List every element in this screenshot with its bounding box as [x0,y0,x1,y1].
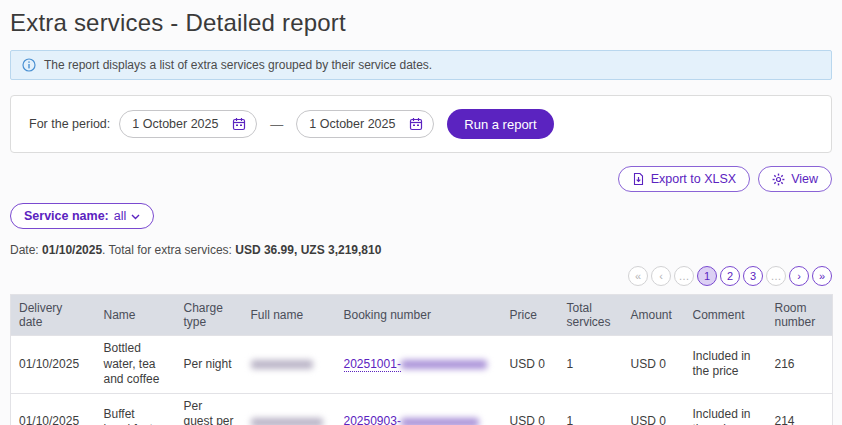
booking-number-link[interactable]: 20250903- [344,414,401,425]
cell-room-number: 216 [767,336,833,394]
report-page: Extra services - Detailed report The rep… [0,9,842,425]
export-file-icon [632,172,645,186]
calendar-icon[interactable] [409,117,423,131]
cell-comment: Included in the price [685,393,767,425]
cell-name: Bottled water, tea and coffee [96,336,176,394]
column-header-comment: Comment [685,295,767,336]
period-separator: — [270,117,283,132]
page-title: Extra services - Detailed report [10,9,832,37]
column-header-charge-type: Charge type [176,295,243,336]
pagination-ellipsis: … [766,266,786,286]
pagination-next[interactable]: › [789,266,809,286]
summary-total-value: USD 36.99, UZS 3,219,810 [235,243,381,257]
pagination-page-2[interactable]: 2 [720,266,740,286]
cell-charge-type: Per night [176,336,243,394]
pagination-last[interactable]: » [812,266,832,286]
period-section: For the period: 1 October 2025 — 1 Octob… [10,95,832,153]
cell-full-name-redacted [243,336,336,394]
info-icon [22,58,36,72]
booking-suffix-redacted [401,418,479,425]
table-header-row: Delivery date Name Charge type Full name… [11,295,833,336]
column-header-full-name: Full name [243,295,336,336]
cell-total-services: 1 [559,336,623,394]
service-name-filter-value: all [114,209,127,223]
cell-amount: USD 0 [623,393,685,425]
column-header-price: Price [502,295,559,336]
cell-room-number: 214 [767,393,833,425]
pagination-ellipsis: … [674,266,694,286]
summary-total-label: . Total for extra services: [102,243,232,257]
info-banner: The report displays a list of extra serv… [10,50,832,80]
summary-date-value: 01/10/2025 [42,243,102,257]
period-from-value: 1 October 2025 [132,117,218,131]
cell-price: USD 0 [502,393,559,425]
period-from-input[interactable]: 1 October 2025 [119,110,257,138]
cell-delivery-date: 01/10/2025 [11,336,96,394]
chevron-down-icon [131,209,140,223]
pagination-page-1[interactable]: 1 [697,266,717,286]
pagination-page-3[interactable]: 3 [743,266,763,286]
column-header-room-number: Room number [767,295,833,336]
cell-delivery-date: 01/10/2025 [11,393,96,425]
filter-row: Service name: all [10,203,832,229]
export-xlsx-button[interactable]: Export to XLSX [618,166,750,192]
export-xlsx-label: Export to XLSX [651,172,736,186]
pagination-prev: ‹ [651,266,671,286]
cell-booking-number: 20250903- [336,393,502,425]
cell-charge-type: Per guest per night [176,393,243,425]
cell-price: USD 0 [502,336,559,394]
service-name-filter-label: Service name: [24,209,109,223]
column-header-booking-number: Booking number [336,295,502,336]
booking-number-link[interactable]: 20251001- [344,357,401,372]
cell-total-services: 1 [559,393,623,425]
cell-amount: USD 0 [623,336,685,394]
view-label: View [791,172,818,186]
info-banner-text: The report displays a list of extra serv… [44,58,432,72]
period-label: For the period: [29,117,110,131]
cell-comment: Included in the price [685,336,767,394]
run-report-button[interactable]: Run a report [447,109,553,139]
service-name-filter[interactable]: Service name: all [10,203,154,229]
table-row: 01/10/2025 Buffet breakfast Per guest pe… [11,393,833,425]
gear-icon [772,173,785,186]
cell-booking-number: 20251001- [336,336,502,394]
table-row: 01/10/2025 Bottled water, tea and coffee… [11,336,833,394]
summary-date-label: Date: [10,243,39,257]
pagination: « ‹ … 1 2 3 … › » [10,266,832,286]
column-header-delivery-date: Delivery date [11,295,96,336]
period-to-value: 1 October 2025 [309,117,395,131]
toolbar: Export to XLSX [10,166,832,192]
summary-line: Date: 01/10/2025. Total for extra servic… [10,243,832,257]
column-header-total-services: Total services [559,295,623,336]
view-button[interactable]: View [758,166,832,192]
cell-full-name-redacted [243,393,336,425]
extra-services-table: Delivery date Name Charge type Full name… [10,294,833,425]
pagination-first: « [628,266,648,286]
calendar-icon[interactable] [232,117,246,131]
period-to-input[interactable]: 1 October 2025 [296,110,434,138]
booking-suffix-redacted [401,360,487,369]
cell-name: Buffet breakfast [96,393,176,425]
column-header-name: Name [96,295,176,336]
column-header-amount: Amount [623,295,685,336]
